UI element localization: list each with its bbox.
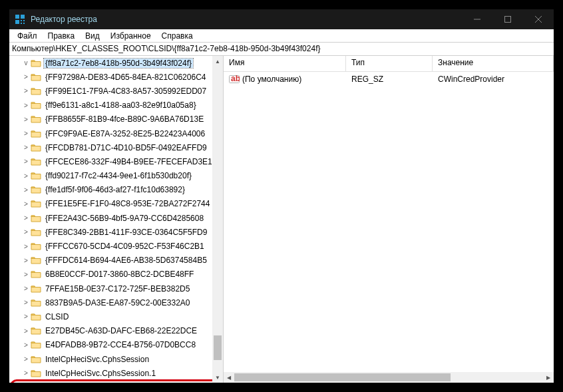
tree-item[interactable]: >{FFFCC670-5CD4-4C09-952C-F53F46C2B1 bbox=[9, 239, 223, 253]
expand-icon[interactable]: > bbox=[21, 87, 31, 95]
tree-item-label: E4DFADB8-9B72-CCE4-B756-07D0BCC8 bbox=[44, 340, 197, 349]
tree-item-label: 8837B9A5-DA3E-EA87-59C2-00E332A0 bbox=[44, 298, 191, 307]
scroll-right-icon[interactable]: ▶ bbox=[543, 372, 554, 383]
tree-item-label: E27DB45C-A63D-DAFC-EB68-22E22DCE bbox=[44, 326, 198, 335]
value-row[interactable]: ab (По умолчанию) REG_SZ CWinCredProvide… bbox=[224, 72, 554, 87]
svg-text:ab: ab bbox=[231, 75, 240, 83]
column-headers: Имя Тип Значение bbox=[224, 56, 554, 72]
scroll-down-icon[interactable]: ▼ bbox=[212, 372, 223, 383]
col-name[interactable]: Имя bbox=[224, 56, 346, 71]
expand-icon[interactable]: > bbox=[21, 200, 31, 208]
folder-icon bbox=[31, 185, 41, 194]
expand-icon[interactable]: v bbox=[21, 59, 31, 67]
expand-icon[interactable]: > bbox=[21, 341, 31, 349]
tree-item-label: {FFCECE86-332F-49B4-B9EE-7FECEFAD3E1 bbox=[44, 157, 214, 166]
values-panel: Имя Тип Значение ab (По умолчанию) REG_S… bbox=[224, 56, 554, 383]
tree-item[interactable]: >IntelCpHeciSvc.CphsSession bbox=[9, 352, 223, 366]
tree-item-label: {FF97298A-DE83-4D65-84EA-821C06206C4 bbox=[44, 73, 207, 82]
expand-icon[interactable]: > bbox=[21, 186, 31, 194]
folder-icon bbox=[31, 256, 41, 265]
tree-item[interactable]: >{FFCDB781-D71C-4D10-BD5F-0492EAFFD9 bbox=[9, 140, 223, 154]
expand-icon[interactable]: > bbox=[21, 355, 31, 363]
tree-item-label: {ff8a71c2-7eb8-418b-950d-3b49f43f024f} bbox=[44, 59, 193, 68]
tree-item-label: {ffd90217-f7c2-4434-9ee1-6f1b530db20f} bbox=[44, 171, 193, 180]
tree-item-label: {FFE2A43C-56B9-4bf5-9A79-CC6D4285608 bbox=[44, 214, 205, 223]
folder-icon bbox=[31, 199, 41, 208]
svg-rect-3 bbox=[21, 20, 22, 21]
close-button[interactable] bbox=[523, 9, 554, 29]
tree-item[interactable]: >7FFAE15B-0E37-C172-725F-BEB382D5 bbox=[9, 282, 223, 295]
expand-icon[interactable]: > bbox=[21, 313, 31, 320]
tree-item-label: {FFE1E5FE-F1F0-48C8-953E-72BA272F2744 bbox=[44, 199, 211, 208]
tree-item-label: {ffe1df5f-9f06-46d3-af27-f1fc10d63892} bbox=[44, 185, 186, 194]
expand-icon[interactable]: > bbox=[21, 271, 31, 278]
tree-item[interactable]: >E27DB45C-A63D-DAFC-EB68-22E22DCE bbox=[9, 324, 223, 338]
tree-item[interactable]: >{ffd90217-f7c2-4434-9ee1-6f1b530db20f} bbox=[9, 169, 223, 183]
menu-file[interactable]: Файл bbox=[12, 30, 43, 42]
expand-icon[interactable]: > bbox=[21, 228, 31, 236]
expand-icon[interactable]: > bbox=[21, 299, 31, 306]
tree-item[interactable]: >{FFB8655F-81B9-4fce-B89C-9A6BA76D13E bbox=[9, 112, 223, 126]
value-type: REG_SZ bbox=[351, 75, 383, 84]
folder-icon bbox=[31, 171, 41, 180]
scroll-thumb[interactable] bbox=[214, 335, 222, 360]
tree-item[interactable]: >CLSID bbox=[9, 309, 223, 323]
tree-item-label: {ff9e6131-a8c1-4188-aa03-82e9f10a05a8} bbox=[44, 100, 198, 110]
expand-icon[interactable]: > bbox=[21, 257, 31, 264]
tree-item[interactable]: >{FF97298A-DE83-4D65-84EA-821C06206C4 bbox=[9, 70, 223, 84]
folder-icon bbox=[31, 129, 41, 138]
folder-icon bbox=[31, 143, 41, 152]
tree-item[interactable]: >{FFC9F9AE-E87A-3252-8E25-B22423A4006 bbox=[9, 126, 223, 140]
menu-help[interactable]: Справка bbox=[156, 30, 198, 42]
expand-icon[interactable]: > bbox=[21, 102, 31, 109]
hscroll-thumb[interactable] bbox=[234, 373, 451, 381]
tree-item[interactable]: >8837B9A5-DA3E-EA87-59C2-00E332A0 bbox=[9, 295, 223, 309]
tree-scrollbar[interactable]: ▲ ▼ bbox=[212, 56, 223, 383]
window: Редактор реестра Файл Правка Вид Избранн… bbox=[7, 7, 556, 385]
hscrollbar[interactable]: ◀ ▶ bbox=[224, 372, 554, 383]
tree-item[interactable]: >{ffe1df5f-9f06-46d3-af27-f1fc10d63892} bbox=[9, 183, 223, 197]
expand-icon[interactable]: > bbox=[21, 243, 31, 250]
expand-icon[interactable]: > bbox=[21, 73, 31, 81]
tree-item[interactable]: >{ff9e6131-a8c1-4188-aa03-82e9f10a05a8} bbox=[9, 98, 223, 112]
expand-icon[interactable]: > bbox=[21, 285, 31, 292]
tree-item-label: 6B8E0CCF-D017-3860-8BC2-DCBE48FF bbox=[44, 270, 195, 279]
tree-item[interactable]: >{FFE2A43C-56B9-4bf5-9A79-CC6D4285608 bbox=[9, 211, 223, 225]
menu-view[interactable]: Вид bbox=[80, 30, 105, 42]
tree-item[interactable]: >{FFE1E5FE-F1F0-48C8-953E-72BA272F2744 bbox=[9, 197, 223, 211]
expand-icon[interactable]: > bbox=[21, 130, 31, 137]
col-value[interactable]: Значение bbox=[433, 56, 554, 71]
tree-item[interactable]: >{BDEADE7F-C265-11D0-BCED-00A0C90AB bbox=[9, 380, 223, 383]
expand-icon[interactable]: > bbox=[21, 144, 31, 151]
scroll-up-icon[interactable]: ▲ bbox=[212, 56, 223, 67]
expand-icon[interactable]: > bbox=[21, 369, 31, 377]
tree-item[interactable]: >E4DFADB8-9B72-CCE4-B756-07D0BCC8 bbox=[9, 338, 223, 352]
expand-icon[interactable]: > bbox=[21, 172, 31, 180]
maximize-button[interactable] bbox=[492, 9, 523, 29]
folder-icon bbox=[31, 340, 41, 349]
menu-edit[interactable]: Правка bbox=[43, 30, 81, 42]
tree-item-label: {FFFDC614-B694-4AE6-AB38-5D6374584B5 bbox=[44, 256, 208, 265]
expand-icon[interactable]: > bbox=[21, 116, 31, 123]
tree-item[interactable]: >{FFCECE86-332F-49B4-B9EE-7FECEFAD3E1 bbox=[9, 154, 223, 168]
tree-item-label: {FFB8655F-81B9-4fce-B89C-9A6BA76D13E bbox=[44, 114, 205, 124]
expand-icon[interactable]: > bbox=[21, 327, 31, 335]
folder-icon bbox=[31, 87, 41, 96]
tree-item[interactable]: >IntelCpHeciSvc.CphsSession.1 bbox=[9, 366, 223, 380]
expand-icon[interactable]: > bbox=[21, 158, 31, 165]
tree-item[interactable]: >{FFFDC614-B694-4AE6-AB38-5D6374584B5 bbox=[9, 254, 223, 268]
scroll-left-icon[interactable]: ◀ bbox=[224, 372, 234, 383]
tree-item[interactable]: >{FF99E1C1-7F9A-4C83-8A57-305992EDD07 bbox=[9, 84, 223, 98]
address-bar[interactable]: Компьютер\HKEY_CLASSES_ROOT\CLSID\{ff8a7… bbox=[9, 43, 554, 56]
minimize-button[interactable] bbox=[462, 9, 492, 29]
svg-rect-2 bbox=[15, 20, 19, 24]
col-type[interactable]: Тип bbox=[346, 56, 433, 71]
tree-item[interactable]: >{FFE8C349-2BB1-411F-93CE-0364C5F5FD9 bbox=[9, 225, 223, 239]
expand-icon[interactable]: > bbox=[21, 214, 31, 222]
tree-item-label: IntelCpHeciSvc.CphsSession.1 bbox=[44, 369, 157, 378]
tree-item[interactable]: v{ff8a71c2-7eb8-418b-950d-3b49f43f024f} bbox=[9, 56, 223, 70]
folder-icon bbox=[31, 228, 41, 237]
menu-favorites[interactable]: Избранное bbox=[105, 30, 156, 42]
tree-item[interactable]: >6B8E0CCF-D017-3860-8BC2-DCBE48FF bbox=[9, 268, 223, 282]
tree-item-label: {FF99E1C1-7F9A-4C83-8A57-305992EDD07 bbox=[44, 87, 208, 96]
